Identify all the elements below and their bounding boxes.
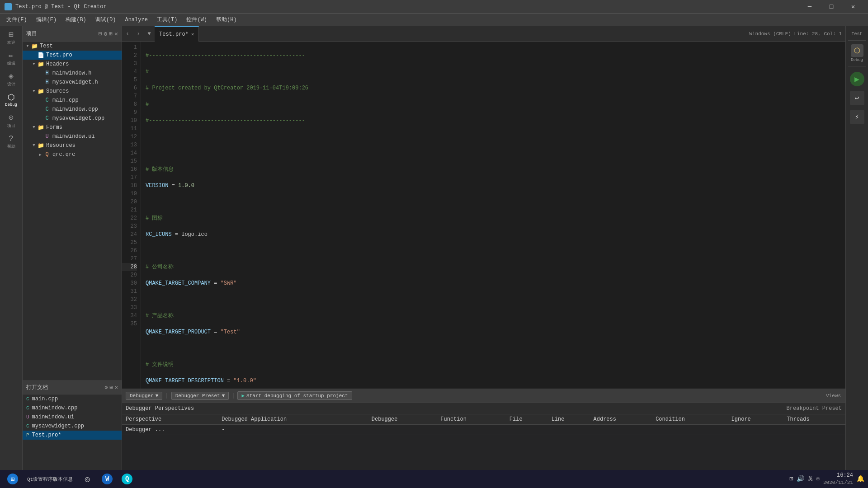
menu-analyze[interactable]: Analyze — [120, 15, 152, 25]
notifications-btn[interactable]: 🔔 — [857, 475, 864, 483]
tree-item-resources[interactable]: ▼ 📁 Resources — [23, 141, 122, 150]
line-28: 28 — [122, 263, 137, 271]
filter-icon[interactable]: ⊟ — [99, 30, 102, 38]
debug-badge: ⬡ Debug — [851, 44, 863, 62]
code-line-10 — [146, 198, 845, 206]
line-11: 11 — [122, 125, 137, 133]
lang-icon[interactable]: ⊞ — [816, 476, 820, 482]
sidebar-welcome[interactable]: ⊞ 欢迎 — [1, 28, 21, 48]
col-line[interactable]: Line — [548, 414, 590, 425]
open-file-mysavewidget-cpp[interactable]: C mysavewidget.cpp — [23, 422, 122, 431]
col-ignore[interactable]: Ignore — [728, 414, 783, 425]
tab-close-icon[interactable]: ✕ — [191, 31, 194, 37]
debug-icon-btn[interactable]: ⬡ — [851, 44, 863, 57]
col-address[interactable]: Address — [590, 414, 652, 425]
tab-menu[interactable]: ▼ — [144, 26, 155, 42]
minimize-button[interactable]: ─ — [799, 0, 820, 14]
cell-condition — [652, 425, 727, 435]
menu-file[interactable]: 文件(F) — [2, 14, 32, 25]
resources-folder-icon: 📁 — [37, 142, 44, 149]
taskbar-word[interactable]: W — [98, 471, 116, 487]
line-17: 17 — [122, 174, 137, 182]
open-file-main-cpp[interactable]: C main.cpp — [23, 394, 122, 404]
window-title: Test.pro @ Test - Qt Creator — [15, 4, 107, 10]
tree-item-mysavewidget-h[interactable]: H mysavewidget.h — [23, 78, 122, 87]
col-debugged-app[interactable]: Debugged Application — [218, 414, 368, 425]
expand-icon[interactable]: ⊞ — [109, 30, 113, 38]
col-perspective[interactable]: Perspective — [122, 414, 218, 425]
tree-item-mainwindow-ui[interactable]: U mainwindow.ui — [23, 132, 122, 141]
line-29: 29 — [122, 271, 137, 279]
menu-edit[interactable]: 编辑(E) — [32, 14, 61, 25]
cell-perspective: Debugger ... — [122, 425, 218, 435]
sidebar-edit[interactable]: ✏ 编辑 — [1, 49, 21, 69]
tree-item-main-cpp[interactable]: C main.cpp — [23, 96, 122, 105]
open-file-mainwindow-ui[interactable]: U mainwindow.ui — [23, 413, 122, 422]
close-panel-icon[interactable]: ✕ — [114, 30, 118, 38]
tree-item-sources[interactable]: ▼ 📁 Sources — [23, 87, 122, 96]
menu-debug[interactable]: 调试(D) — [91, 14, 121, 25]
close-button[interactable]: ✕ — [843, 0, 863, 14]
open-files-expand[interactable]: ⊞ — [110, 384, 113, 391]
start-debug-btn[interactable]: ▶ Start debugging of startup project — [237, 391, 352, 400]
tree-item-test-root[interactable]: ▼ 📁 Test — [23, 42, 122, 51]
tab-back[interactable]: ‹ — [122, 26, 133, 42]
menu-build[interactable]: 构建(B) — [61, 14, 91, 25]
stepover-button[interactable]: ⚡ — [850, 110, 864, 124]
line-34: 34 — [122, 312, 137, 320]
line-2: 2 — [122, 52, 137, 60]
code-line-7 — [146, 149, 845, 157]
open-files-settings[interactable]: ⚙ — [104, 384, 108, 391]
expand-arrow: ▼ — [24, 44, 31, 48]
editor-tab-test-pro[interactable]: Test.pro* ✕ — [155, 26, 199, 42]
line-26: 26 — [122, 247, 137, 255]
table-row[interactable]: Debugger ... - — [122, 425, 845, 435]
tree-item-qrc[interactable]: ▶ Q qrc.qrc — [23, 150, 122, 159]
views-btn[interactable]: Views — [826, 393, 841, 399]
tab-bar-right: Windows (CRLF) Line: 28, Col: 1 — [749, 31, 845, 37]
tree-item-forms[interactable]: ▼ 📁 Forms — [23, 123, 122, 132]
perspectives-title: Debugger Perspectives — [126, 405, 194, 412]
tree-item-test-pro[interactable]: 📄 Test.pro — [23, 51, 122, 60]
taskbar-chrome[interactable]: ◎ — [78, 471, 96, 487]
line-21: 21 — [122, 206, 137, 214]
code-line-5: #---------------------------------------… — [146, 117, 845, 125]
tab-forward[interactable]: › — [133, 26, 144, 42]
col-file[interactable]: File — [506, 414, 548, 425]
line-22: 22 — [122, 214, 137, 222]
open-file-test-pro[interactable]: P Test.pro* — [23, 431, 122, 440]
tree-item-mysavewidget-cpp[interactable]: C mysavewidget.cpp — [23, 114, 122, 123]
settings-icon[interactable]: ⚙ — [104, 30, 108, 38]
col-threads[interactable]: Threads — [783, 414, 845, 425]
col-condition[interactable]: Condition — [652, 414, 727, 425]
taskbar-text: Qt设置程序版本信息 — [27, 476, 73, 483]
menu-help[interactable]: 帮助(H) — [212, 14, 241, 25]
sidebar-design[interactable]: ◈ 设计 — [1, 70, 21, 89]
menu-controls[interactable]: 控件(W) — [182, 14, 212, 25]
divider2 — [848, 66, 866, 66]
maximize-button[interactable]: □ — [821, 0, 842, 14]
open-file-mainwindow-cpp[interactable]: C mainwindow.cpp — [23, 404, 122, 413]
run-button[interactable]: ▶ — [850, 72, 864, 86]
taskbar-text-item[interactable]: Qt设置程序版本信息 — [24, 471, 76, 487]
col-debuggee[interactable]: Debuggee — [368, 414, 437, 425]
debugger-perspectives-header: Debugger Perspectives Breakpoint Preset — [122, 403, 845, 414]
tree-item-headers[interactable]: ▼ 📁 Headers — [23, 60, 122, 69]
menu-bar: 文件(F) 编辑(E) 构建(B) 调试(D) Analyze 工具(T) 控件… — [0, 14, 868, 26]
debugger-dropdown[interactable]: Debugger ▼ — [126, 392, 162, 400]
sidebar-project[interactable]: ⊙ 项目 — [1, 111, 21, 131]
debugger-preset-dropdown[interactable]: Debugger Preset ▼ — [171, 392, 229, 400]
code-content[interactable]: #---------------------------------------… — [141, 42, 845, 389]
menu-tools[interactable]: 工具(T) — [152, 14, 182, 25]
tree-item-mainwindow-cpp[interactable]: C mainwindow.cpp — [23, 105, 122, 114]
taskbar-start[interactable]: ⊞ — [4, 471, 22, 487]
tree-item-mainwindow-h[interactable]: H mainwindow.h — [23, 69, 122, 78]
step-button[interactable]: ↩ — [850, 91, 864, 105]
sidebar-debug[interactable]: ⬡ Debug — [1, 90, 21, 110]
line-14: 14 — [122, 149, 137, 157]
open-files-close[interactable]: ✕ — [115, 384, 118, 391]
taskbar-qt[interactable]: Q — [118, 471, 136, 487]
col-function[interactable]: Function — [437, 414, 506, 425]
sidebar-help[interactable]: ? 帮助 — [1, 132, 21, 152]
ime-label[interactable]: 英 — [808, 475, 813, 482]
